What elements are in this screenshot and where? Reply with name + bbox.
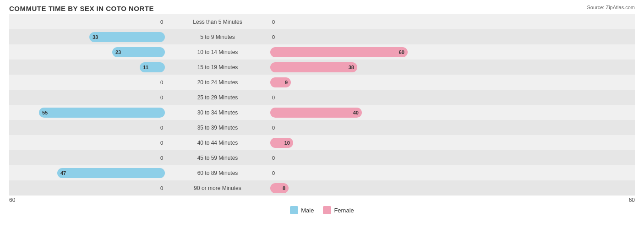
chart-title: COMMUTE TIME BY SEX IN COTO NORTE: [9, 5, 635, 12]
male-label: Male: [301, 207, 314, 214]
male-value: 0: [160, 155, 163, 161]
female-value: 0: [272, 19, 275, 25]
female-side: 38: [270, 60, 635, 75]
axis-left: 60: [9, 197, 165, 203]
table-row: 020 to 24 Minutes9: [9, 75, 635, 90]
male-side: 23: [9, 44, 165, 60]
legend-male: Male: [290, 206, 314, 214]
row-label: 5 to 9 Minutes: [165, 34, 270, 40]
row-label: 25 to 29 Minutes: [165, 94, 270, 101]
source-label: Source: ZipAtlas.com: [587, 5, 635, 10]
legend: Male Female: [9, 206, 635, 214]
male-value: 33: [89, 34, 98, 40]
female-value: 0: [272, 34, 275, 40]
female-value: 40: [353, 110, 362, 115]
male-value: 55: [39, 110, 48, 115]
male-side: 0: [9, 75, 165, 90]
female-side: 0: [270, 150, 635, 165]
legend-female: Female: [323, 206, 354, 214]
table-row: 1115 to 19 Minutes38: [9, 60, 635, 75]
row-label: 45 to 59 Minutes: [165, 155, 270, 161]
row-label: 35 to 39 Minutes: [165, 125, 270, 131]
axis-labels: 60 60: [9, 197, 635, 203]
male-side: 0: [9, 90, 165, 105]
female-value: 9: [285, 80, 291, 85]
table-row: 040 to 44 Minutes10: [9, 135, 635, 150]
female-value: 0: [272, 125, 275, 130]
female-side: 0: [270, 165, 635, 180]
chart-container: COMMUTE TIME BY SEX IN COTO NORTE Source…: [0, 0, 644, 239]
row-label: 20 to 24 Minutes: [165, 79, 270, 86]
male-side: 0: [9, 180, 165, 196]
table-row: 335 to 9 Minutes0: [9, 29, 635, 44]
male-side: 55: [9, 105, 165, 120]
female-color-box: [323, 206, 331, 214]
row-label: 30 to 34 Minutes: [165, 109, 270, 116]
male-side: 47: [9, 165, 165, 180]
female-side: 0: [270, 120, 635, 135]
male-side: 0: [9, 135, 165, 150]
male-side: 11: [9, 60, 165, 75]
male-value: 0: [160, 125, 163, 130]
row-label: Less than 5 Minutes: [165, 19, 270, 25]
female-side: 8: [270, 180, 635, 196]
table-row: 090 or more Minutes8: [9, 180, 635, 196]
male-value: 47: [57, 170, 66, 176]
row-label: 10 to 14 Minutes: [165, 49, 270, 55]
row-label: 15 to 19 Minutes: [165, 64, 270, 71]
female-side: 9: [270, 75, 635, 90]
row-label: 60 to 89 Minutes: [165, 170, 270, 176]
male-side: 0: [9, 14, 165, 29]
male-side: 33: [9, 29, 165, 44]
female-value: 8: [283, 185, 289, 191]
female-side: 0: [270, 14, 635, 29]
male-value: 0: [160, 80, 163, 85]
chart-area: 0Less than 5 Minutes0335 to 9 Minutes023…: [9, 14, 635, 196]
male-value: 11: [140, 65, 148, 70]
female-value: 38: [349, 65, 357, 70]
female-side: 0: [270, 90, 635, 105]
table-row: 045 to 59 Minutes0: [9, 150, 635, 165]
female-value: 0: [272, 155, 275, 161]
male-color-box: [290, 206, 298, 214]
female-side: 10: [270, 135, 635, 150]
female-side: 0: [270, 29, 635, 44]
female-side: 40: [270, 105, 635, 120]
female-value: 10: [284, 140, 293, 146]
table-row: 4760 to 89 Minutes0: [9, 165, 635, 180]
female-value: 60: [399, 49, 408, 55]
male-value: 0: [160, 19, 163, 25]
row-label: 40 to 44 Minutes: [165, 140, 270, 146]
table-row: 035 to 39 Minutes0: [9, 120, 635, 135]
table-row: 0Less than 5 Minutes0: [9, 14, 635, 29]
table-row: 2310 to 14 Minutes60: [9, 44, 635, 60]
male-side: 0: [9, 150, 165, 165]
female-value: 0: [272, 170, 275, 176]
male-value: 0: [160, 140, 163, 146]
female-value: 0: [272, 95, 275, 100]
male-value: 0: [160, 95, 163, 100]
male-value: 23: [112, 49, 121, 55]
female-label: Female: [334, 207, 354, 214]
row-label: 90 or more Minutes: [165, 185, 270, 191]
female-side: 60: [270, 44, 635, 60]
table-row: 5530 to 34 Minutes40: [9, 105, 635, 120]
male-side: 0: [9, 120, 165, 135]
axis-right: 60: [270, 197, 635, 203]
male-value: 0: [160, 185, 163, 191]
table-row: 025 to 29 Minutes0: [9, 90, 635, 105]
